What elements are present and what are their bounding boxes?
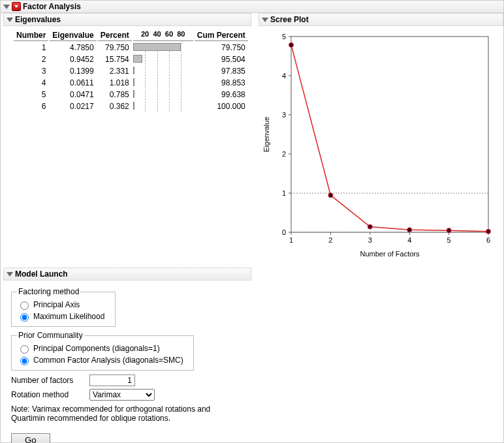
nfactors-label: Number of factors	[11, 376, 89, 385]
go-button[interactable]: Go	[11, 433, 50, 443]
table-row: 60.02170.362100.000	[14, 101, 248, 112]
rotation-note: Note: Varimax recommended for orthogonal…	[11, 405, 233, 423]
svg-point-30	[407, 228, 412, 232]
svg-text:1: 1	[282, 189, 286, 197]
eigen-table: Number Eigenvalue Percent 20 40 60 80 Cu…	[12, 29, 249, 113]
radio-label-cfa: Common Factor Analysis (diagonals=SMC)	[33, 356, 183, 365]
radio-common-factor[interactable]	[20, 357, 29, 365]
chevron-down-icon[interactable]	[7, 18, 13, 22]
table-row: 14.785079.75079.750	[14, 42, 248, 53]
scree-plot: 012345123456Number of FactorsEigenvalue	[259, 26, 503, 267]
scree-title: Scree Plot	[270, 15, 309, 24]
svg-text:6: 6	[486, 236, 490, 244]
eigen-header[interactable]: Eigenvalues	[3, 13, 251, 26]
svg-text:5: 5	[447, 236, 451, 244]
table-row: 40.06111.01898.853	[14, 78, 248, 88]
radio-label-pc: Principal Components (diagonals=1)	[33, 344, 160, 353]
svg-text:0: 0	[282, 228, 286, 236]
table-row: 50.04710.78599.638	[14, 89, 248, 100]
table-row: 30.13992.33197.835	[14, 66, 248, 76]
factoring-method-legend: Factoring method	[17, 287, 80, 296]
svg-text:5: 5	[282, 33, 286, 40]
svg-point-31	[447, 228, 451, 233]
radio-maximum-likelihood[interactable]	[20, 313, 29, 322]
svg-text:4: 4	[282, 72, 286, 80]
svg-point-28	[328, 193, 333, 198]
radio-label-ml: Maximum Likelihood	[33, 312, 104, 321]
eigen-title: Eigenvalues	[15, 15, 61, 24]
svg-rect-0	[291, 37, 488, 232]
scree-header[interactable]: Scree Plot	[259, 13, 503, 26]
panel-title: Factor Analysis	[23, 2, 81, 11]
svg-point-32	[486, 229, 491, 234]
radio-principal-axis[interactable]	[20, 301, 29, 310]
col-eigenvalue: Eigenvalue	[50, 30, 96, 41]
rotation-label: Rotation method	[11, 390, 89, 399]
chevron-down-icon[interactable]	[3, 5, 10, 9]
radio-principal-components[interactable]	[20, 345, 29, 354]
svg-text:2: 2	[328, 236, 332, 244]
rotation-select[interactable]: Varimax	[89, 389, 155, 401]
svg-text:3: 3	[368, 236, 372, 244]
red-options-icon[interactable]	[12, 2, 21, 11]
svg-point-29	[368, 224, 372, 229]
factor-analysis-panel: Factor Analysis Eigenvalues Number Eigen…	[0, 0, 504, 443]
svg-point-27	[289, 42, 294, 47]
prior-communality-group: Prior Communality Principal Components (…	[11, 331, 194, 371]
model-launch-title: Model Launch	[15, 269, 68, 279]
svg-text:4: 4	[407, 236, 411, 244]
panel-header[interactable]: Factor Analysis	[1, 1, 503, 13]
factoring-method-group: Factoring method Principal Axis Maximum …	[11, 287, 116, 327]
svg-text:Eigenvalue: Eigenvalue	[262, 117, 270, 152]
col-percent: Percent	[98, 30, 132, 41]
radio-label-pa: Principal Axis	[33, 300, 80, 309]
col-bar: 20 40 60 80	[133, 30, 193, 41]
col-cum: Cum Percent	[195, 30, 248, 41]
svg-text:2: 2	[282, 150, 286, 158]
chevron-down-icon[interactable]	[7, 272, 13, 277]
table-row: 20.945215.75495.504	[14, 54, 248, 65]
nfactors-input[interactable]	[89, 374, 135, 386]
chevron-down-icon[interactable]	[262, 18, 268, 22]
svg-text:Number of Factors: Number of Factors	[360, 250, 420, 258]
prior-communality-legend: Prior Communality	[17, 331, 84, 340]
svg-text:3: 3	[282, 111, 286, 119]
col-number: Number	[14, 30, 48, 41]
svg-text:1: 1	[289, 236, 293, 244]
model-launch-header[interactable]: Model Launch	[3, 267, 251, 281]
